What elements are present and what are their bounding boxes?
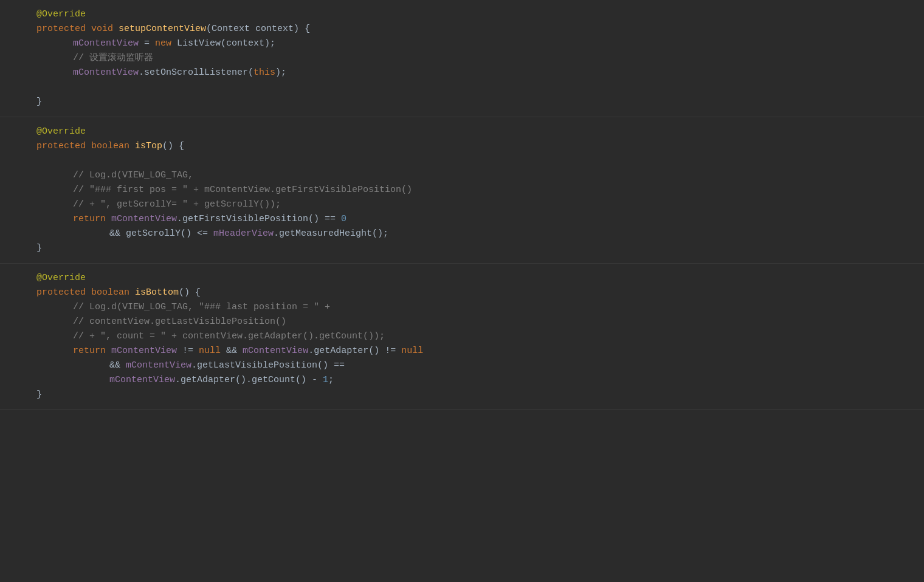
code-line: protected boolean isTop() { <box>0 139 924 154</box>
code-line: // + ", count = " + contentView.getAdapt… <box>0 329 924 344</box>
code-block-1: @Overrideprotected boolean isTop() { // … <box>0 117 924 264</box>
code-line: // 设置滚动监听器 <box>0 51 924 66</box>
code-line: @Override <box>0 271 924 286</box>
code-line: @Override <box>0 7 924 22</box>
code-line <box>0 154 924 168</box>
code-line: protected boolean isBottom() { <box>0 286 924 300</box>
code-block-2: @Overrideprotected boolean isBottom() {/… <box>0 264 924 410</box>
code-line: && mContentView.getLastVisiblePosition()… <box>0 358 924 373</box>
code-line: mContentView.getAdapter().getCount() - 1… <box>0 373 924 388</box>
code-line: return mContentView.getFirstVisiblePosit… <box>0 212 924 227</box>
code-line: protected void setupContentView(Context … <box>0 22 924 36</box>
code-line: @Override <box>0 125 924 139</box>
code-line: // + ", getScrollY= " + getScrollY()); <box>0 197 924 212</box>
code-line: return mContentView != null && mContentV… <box>0 344 924 358</box>
code-line: && getScrollY() <= mHeaderView.getMeasur… <box>0 227 924 241</box>
code-line: } <box>0 95 924 109</box>
code-line: mContentView = new ListView(context); <box>0 36 924 51</box>
code-line: } <box>0 388 924 402</box>
code-line: mContentView.setOnScrollListener(this); <box>0 66 924 80</box>
code-block-0: @Overrideprotected void setupContentView… <box>0 0 924 117</box>
code-line <box>0 80 924 95</box>
code-line: // "### first pos = " + mContentView.get… <box>0 183 924 197</box>
code-editor: @Overrideprotected void setupContentView… <box>0 0 924 410</box>
code-line: // contentView.getLastVisiblePosition() <box>0 315 924 329</box>
code-line: // Log.d(VIEW_LOG_TAG, <box>0 168 924 183</box>
code-line: // Log.d(VIEW_LOG_TAG, "### last positio… <box>0 300 924 315</box>
code-line: } <box>0 241 924 256</box>
